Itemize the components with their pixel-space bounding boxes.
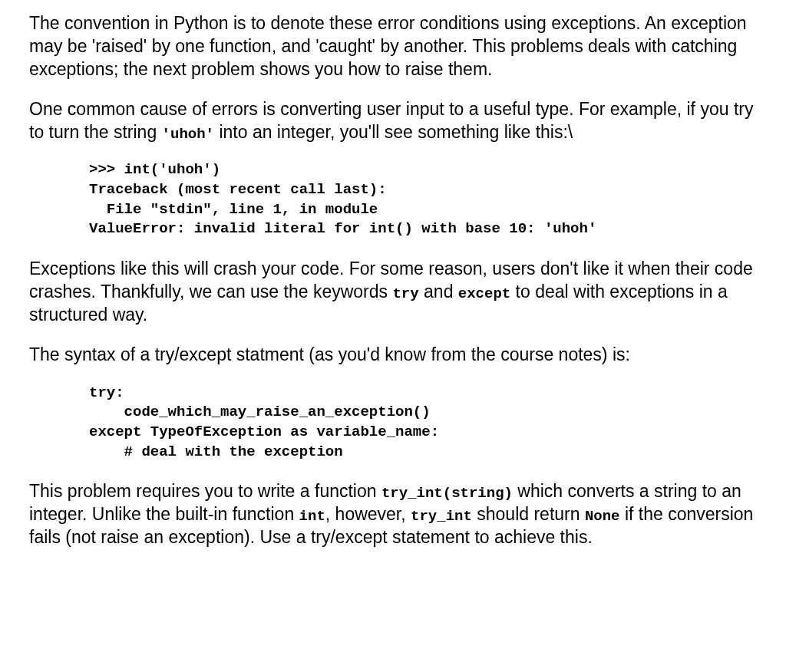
para5-text-a: This problem requires you to write a fun… — [29, 481, 381, 501]
paragraph-problem: This problem requires you to write a fun… — [29, 480, 757, 549]
paragraph-intro: The convention in Python is to denote th… — [29, 12, 757, 81]
paragraph-conversion: One common cause of errors is converting… — [29, 98, 757, 144]
except-keyword: except — [458, 285, 510, 302]
try-int-code: try_int — [411, 508, 472, 525]
try-int-sig-code: try_int(string) — [381, 485, 513, 502]
try-except-syntax-block: try: code_which_may_raise_an_exception()… — [89, 384, 757, 463]
try-keyword: try — [392, 285, 418, 302]
none-code: None — [585, 508, 620, 525]
paragraph-crash: Exceptions like this will crash your cod… — [29, 258, 757, 327]
para2-text-b: into an integer, you'll see something li… — [214, 122, 573, 142]
para5-text-c: , however, — [325, 504, 411, 524]
traceback-code-block: >>> int('uhoh') Traceback (most recent c… — [89, 160, 757, 239]
int-code: int — [299, 508, 325, 525]
uhoh-code: 'uhoh' — [162, 126, 214, 143]
paragraph-syntax: The syntax of a try/except statment (as … — [29, 344, 757, 367]
para3-text-b: and — [419, 282, 458, 301]
para5-text-d: should return — [472, 504, 585, 524]
